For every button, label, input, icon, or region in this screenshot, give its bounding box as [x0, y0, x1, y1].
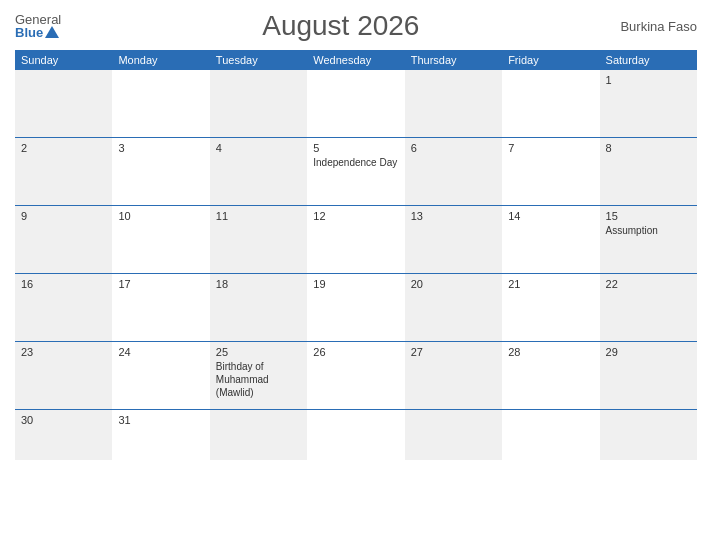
day-cell: 8	[600, 138, 697, 205]
day-cell: 23	[15, 342, 112, 409]
logo: General Blue	[15, 13, 61, 39]
day-cell: 15Assumption	[600, 206, 697, 273]
day-headers-row: SundayMondayTuesdayWednesdayThursdayFrid…	[15, 50, 697, 70]
day-cell: 1	[600, 70, 697, 137]
weeks-container: 12345Independence Day6789101112131415Ass…	[15, 70, 697, 460]
day-cell: 6	[405, 138, 502, 205]
day-number: 13	[411, 210, 496, 222]
day-header-saturday: Saturday	[600, 50, 697, 70]
day-cell: 7	[502, 138, 599, 205]
logo-blue-text: Blue	[15, 26, 59, 39]
day-cell: 4	[210, 138, 307, 205]
day-number: 3	[118, 142, 203, 154]
logo-triangle-icon	[45, 26, 59, 38]
day-cell: 9	[15, 206, 112, 273]
day-cell: 10	[112, 206, 209, 273]
day-cell	[405, 410, 502, 460]
country-name: Burkina Faso	[620, 19, 697, 34]
day-number: 17	[118, 278, 203, 290]
day-number: 6	[411, 142, 496, 154]
day-cell: 31	[112, 410, 209, 460]
day-number: 11	[216, 210, 301, 222]
day-cell: 17	[112, 274, 209, 341]
day-cell: 30	[15, 410, 112, 460]
day-number: 9	[21, 210, 106, 222]
day-cell	[405, 70, 502, 137]
day-number: 18	[216, 278, 301, 290]
week-row-1: 1	[15, 70, 697, 138]
day-number: 8	[606, 142, 691, 154]
day-number: 21	[508, 278, 593, 290]
day-cell: 11	[210, 206, 307, 273]
day-cell: 21	[502, 274, 599, 341]
day-header-thursday: Thursday	[405, 50, 502, 70]
day-number: 1	[606, 74, 691, 86]
calendar-header: General Blue August 2026 Burkina Faso	[15, 10, 697, 42]
day-cell: 3	[112, 138, 209, 205]
day-cell	[307, 70, 404, 137]
day-number: 7	[508, 142, 593, 154]
day-header-friday: Friday	[502, 50, 599, 70]
day-event: Assumption	[606, 225, 658, 236]
day-number: 12	[313, 210, 398, 222]
day-cell: 29	[600, 342, 697, 409]
day-cell	[210, 410, 307, 460]
week-row-2: 2345Independence Day678	[15, 138, 697, 206]
day-number: 24	[118, 346, 203, 358]
day-cell: 26	[307, 342, 404, 409]
day-cell: 13	[405, 206, 502, 273]
day-cell: 16	[15, 274, 112, 341]
day-cell: 12	[307, 206, 404, 273]
day-cell	[502, 410, 599, 460]
day-cell: 18	[210, 274, 307, 341]
calendar-container: General Blue August 2026 Burkina Faso Su…	[0, 0, 712, 550]
day-header-tuesday: Tuesday	[210, 50, 307, 70]
day-cell	[307, 410, 404, 460]
day-cell: 2	[15, 138, 112, 205]
day-number: 26	[313, 346, 398, 358]
day-cell: 20	[405, 274, 502, 341]
day-number: 10	[118, 210, 203, 222]
day-cell: 28	[502, 342, 599, 409]
month-title: August 2026	[262, 10, 419, 42]
day-number: 31	[118, 414, 203, 426]
day-cell	[600, 410, 697, 460]
day-cell: 14	[502, 206, 599, 273]
day-number: 19	[313, 278, 398, 290]
week-row-6: 3031	[15, 410, 697, 460]
day-cell: 25Birthday of Muhammad (Mawlid)	[210, 342, 307, 409]
day-cell: 19	[307, 274, 404, 341]
day-cell	[15, 70, 112, 137]
day-number: 4	[216, 142, 301, 154]
day-number: 15	[606, 210, 691, 222]
day-number: 28	[508, 346, 593, 358]
week-row-4: 16171819202122	[15, 274, 697, 342]
day-cell: 24	[112, 342, 209, 409]
day-number: 2	[21, 142, 106, 154]
day-cell	[210, 70, 307, 137]
day-header-wednesday: Wednesday	[307, 50, 404, 70]
day-cell	[502, 70, 599, 137]
day-cell: 22	[600, 274, 697, 341]
day-number: 14	[508, 210, 593, 222]
day-number: 30	[21, 414, 106, 426]
day-number: 23	[21, 346, 106, 358]
day-number: 29	[606, 346, 691, 358]
day-number: 16	[21, 278, 106, 290]
day-header-sunday: Sunday	[15, 50, 112, 70]
week-row-3: 9101112131415Assumption	[15, 206, 697, 274]
day-number: 22	[606, 278, 691, 290]
day-cell: 5Independence Day	[307, 138, 404, 205]
day-event: Independence Day	[313, 157, 397, 168]
day-number: 5	[313, 142, 398, 154]
day-cell	[112, 70, 209, 137]
week-row-5: 232425Birthday of Muhammad (Mawlid)26272…	[15, 342, 697, 410]
day-header-monday: Monday	[112, 50, 209, 70]
day-number: 27	[411, 346, 496, 358]
day-event: Birthday of Muhammad (Mawlid)	[216, 361, 269, 398]
day-number: 25	[216, 346, 301, 358]
day-number: 20	[411, 278, 496, 290]
day-cell: 27	[405, 342, 502, 409]
